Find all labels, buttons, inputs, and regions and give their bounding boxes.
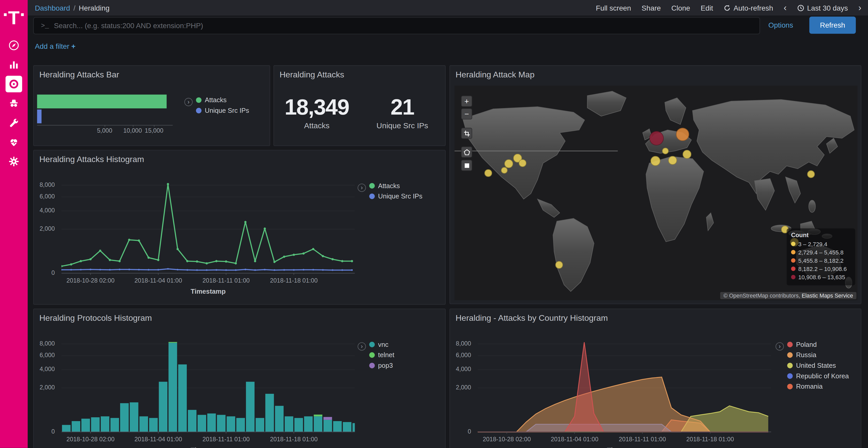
plot-area [478, 341, 771, 435]
map-legend-color-dot [791, 250, 796, 254]
map-zoom-out-button[interactable]: − [461, 108, 472, 119]
legend-color-dot [787, 342, 793, 347]
legend-toggle[interactable]: › [184, 98, 193, 106]
sidebar-item-compass[interactable] [0, 35, 28, 55]
map-legend-title: Count [791, 232, 851, 238]
legend-item-republic-of-korea[interactable]: Republic of Korea [787, 372, 849, 380]
legend-toggle[interactable]: › [358, 342, 366, 350]
world-map[interactable]: + − Count 3 – 2,729.42,729.4 – 5,455.85,… [455, 86, 858, 300]
map-zoom-in-button[interactable]: + [461, 96, 472, 107]
legend-color-dot [369, 183, 375, 188]
refresh-button[interactable]: Refresh [809, 16, 856, 34]
map-attack-point[interactable] [650, 156, 660, 166]
x-axis-tick-label: 2018-11-11 01:00 [203, 436, 250, 443]
map-attack-point[interactable] [555, 261, 563, 269]
legend-item-pop3[interactable]: pop3 [369, 361, 394, 369]
metric-unique-src-ips: 21 Unique Src IPs [360, 95, 445, 130]
bar-unique-src-ips[interactable] [37, 109, 41, 123]
breadcrumb-dashboard-link[interactable]: Dashboard [35, 4, 70, 12]
options-link[interactable]: Options [768, 21, 793, 29]
map-draw-polygon-button[interactable] [461, 146, 472, 158]
legend-label: Unique Src IPs [205, 107, 249, 114]
map-attack-point[interactable] [649, 131, 664, 146]
sidebar-item-monitoring[interactable] [0, 132, 28, 151]
sidebar-item-dashboard[interactable] [0, 74, 28, 94]
telekom-logo[interactable]: T [0, 0, 28, 35]
map-attack-point[interactable] [807, 170, 815, 178]
legend-color-dot [369, 363, 375, 368]
metric-attacks: 18,349 Attacks [274, 95, 360, 130]
fullscreen-button[interactable]: Full screen [596, 4, 631, 12]
legend-item-vnc[interactable]: vnc [369, 341, 394, 348]
map-legend-range-label: 5,455.8 – 8,182.2 [798, 257, 843, 264]
map-attack-point[interactable] [519, 160, 526, 167]
legend: PolandRussiaUnited StatesRepublic of Kor… [787, 341, 849, 393]
edit-button[interactable]: Edit [701, 4, 713, 12]
legend-color-dot [369, 352, 375, 358]
legend-item-romania[interactable]: Romania [787, 383, 849, 390]
x-axis-title: Timestamp [61, 287, 355, 295]
polygon-icon [463, 148, 470, 156]
legend-item-telnet[interactable]: telnet [369, 351, 394, 359]
sidebar-item-settings[interactable] [0, 151, 28, 171]
legend-color-dot [787, 373, 793, 379]
y-axis-tick-label: 4,000 [456, 366, 471, 372]
map-attack-point[interactable] [683, 150, 691, 159]
spy-icon [8, 98, 20, 109]
wrench-icon [8, 117, 20, 128]
legend-item-unique-src-ips[interactable]: Unique Src IPs [196, 107, 249, 114]
sidebar-item-tools[interactable] [0, 113, 28, 132]
time-forward-chevron[interactable]: › [859, 3, 861, 12]
map-legend-row: 3 – 2,729.4 [791, 241, 851, 247]
legend-item-attacks[interactable]: Attacks [369, 182, 423, 190]
map-legend-row: 10,908.6 – 13,635 [791, 274, 851, 280]
x-axis-tick-label: 2018-11-04 01:00 [551, 436, 598, 443]
bar-chart-icon [8, 59, 20, 70]
y-axis-tick-label: 2,000 [39, 384, 55, 391]
panel-title: Heralding Attacks Bar [34, 66, 270, 83]
legend-item-attacks[interactable]: Attacks [196, 96, 249, 104]
time-range-picker[interactable]: Last 30 days [797, 4, 848, 12]
map-draw-rectangle-button[interactable] [461, 160, 472, 171]
add-filter-link[interactable]: Add a filter + [35, 42, 75, 50]
map-fit-bounds-button[interactable] [461, 128, 472, 139]
share-button[interactable]: Share [642, 4, 661, 12]
map-attack-point[interactable] [485, 169, 492, 177]
sidebar-item-visualize[interactable] [0, 55, 28, 74]
legend-item-united-states[interactable]: United States [787, 361, 849, 369]
map-legend-row: 8,182.2 – 10,908.6 [791, 266, 851, 272]
map-attack-point[interactable] [504, 160, 513, 168]
heartbeat-icon [8, 136, 20, 147]
legend-toggle[interactable]: › [358, 183, 366, 192]
legend-toggle[interactable]: › [776, 342, 784, 350]
map-attribution: © OpenStreetMap contributors, Elastic Ma… [720, 292, 857, 299]
x-axis: 2018-10-28 02:002018-11-04 01:002018-11-… [61, 436, 355, 444]
time-back-chevron[interactable]: ‹ [783, 3, 786, 12]
map-attack-point[interactable] [662, 148, 669, 154]
legend-item-russia[interactable]: Russia [787, 351, 849, 359]
map-legend-color-dot [791, 258, 796, 263]
panel-country-histogram: Heralding - Attacks by Country Histogram… [450, 309, 861, 448]
metric-label: Unique Src IPs [360, 121, 445, 130]
legend-label: Russia [796, 351, 816, 359]
y-axis-tick-label: 8,000 [39, 181, 55, 188]
map-count-legend: Count 3 – 2,729.42,729.4 – 5,455.85,455.… [786, 229, 855, 285]
y-axis: 02,0004,0006,0008,000 [38, 182, 57, 273]
bar-attacks[interactable] [37, 95, 167, 108]
logo-letter: T [8, 8, 20, 27]
map-attack-point[interactable] [668, 156, 677, 165]
map-attack-point[interactable] [676, 128, 689, 141]
map-attack-point[interactable] [501, 167, 507, 174]
attacks-histogram-chart: 02,0004,0006,0008,000 2018-10-28 02:0020… [38, 178, 370, 298]
legend-label: Attacks [378, 182, 400, 190]
search-input[interactable] [54, 22, 760, 30]
clock-icon [797, 4, 804, 11]
clone-button[interactable]: Clone [672, 4, 690, 12]
y-axis-tick-label: 4,000 [39, 207, 55, 214]
auto-refresh-button[interactable]: Auto-refresh [723, 4, 773, 12]
legend-item-unique-src-ips[interactable]: Unique Src IPs [369, 193, 423, 200]
metric-value: 18,349 [274, 95, 360, 119]
legend-item-poland[interactable]: Poland [787, 341, 849, 348]
sidebar-item-spy[interactable] [0, 94, 28, 113]
metric-label: Attacks [274, 121, 360, 130]
